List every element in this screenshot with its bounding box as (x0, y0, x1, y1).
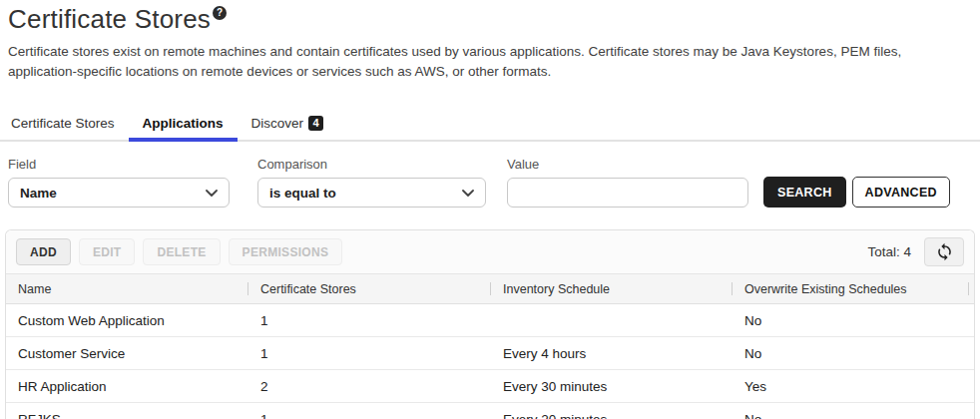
refresh-button[interactable] (924, 237, 964, 266)
comparison-select[interactable]: is equal to (257, 178, 486, 208)
field-group: Field Name (8, 157, 230, 208)
page-title: Certificate Stores (8, 4, 211, 34)
value-input[interactable] (507, 178, 748, 208)
cell-certificate-stores: 1 (248, 412, 491, 419)
cell-name: HR Application (6, 379, 248, 394)
cell-overwrite: No (733, 346, 969, 361)
column-header-name[interactable]: Name (6, 274, 248, 303)
table-header-row: Name Certificate Stores Inventory Schedu… (6, 274, 974, 304)
cell-inventory-schedule: Every 20 minutes (491, 412, 733, 419)
add-button[interactable]: ADD (16, 238, 71, 265)
cell-inventory-schedule: Every 4 hours (491, 346, 733, 361)
value-group: Value (507, 157, 748, 208)
search-button[interactable]: SEARCH (763, 177, 846, 208)
discover-count-badge: 4 (308, 116, 323, 131)
edit-button[interactable]: EDIT (79, 238, 136, 265)
total-count: Total: 4 (867, 244, 911, 259)
cell-inventory-schedule: Every 30 minutes (491, 379, 733, 394)
tab-discover-label: Discover (251, 116, 304, 131)
applications-grid-panel: ADD EDIT DELETE PERMISSIONS Total: 4 Nam… (5, 229, 975, 419)
cell-certificate-stores: 2 (248, 379, 491, 394)
grid-toolbar: ADD EDIT DELETE PERMISSIONS Total: 4 (6, 230, 974, 274)
help-icon[interactable]: ? (213, 6, 227, 20)
cell-overwrite: No (733, 313, 969, 328)
comparison-group: Comparison is equal to (257, 157, 486, 208)
chevron-down-icon (206, 190, 218, 197)
tab-certificate-stores[interactable]: Certificate Stores (0, 108, 129, 140)
sync-icon (935, 242, 954, 261)
chevron-down-icon (462, 190, 474, 197)
value-label: Value (507, 157, 748, 172)
cell-overwrite: Yes (733, 379, 969, 394)
column-header-overwrite-existing-schedules[interactable]: Overwrite Existing Schedules (733, 274, 969, 303)
cell-certificate-stores: 1 (248, 313, 491, 328)
field-label: Field (8, 157, 230, 172)
comparison-label: Comparison (257, 157, 486, 172)
table-row[interactable]: Custom Web Application 1 No (6, 304, 974, 337)
cell-name: Custom Web Application (6, 313, 248, 328)
comparison-select-value: is equal to (269, 186, 336, 201)
cell-overwrite: No (733, 412, 969, 419)
tab-discover[interactable]: Discover4 (238, 108, 338, 140)
column-header-inventory-schedule[interactable]: Inventory Schedule (491, 274, 733, 303)
advanced-button[interactable]: ADVANCED (852, 177, 950, 208)
tab-bar: Certificate Stores Applications Discover… (0, 108, 980, 142)
permissions-button[interactable]: PERMISSIONS (229, 238, 343, 265)
table-row[interactable]: Customer Service 1 Every 4 hours No (6, 337, 974, 370)
cell-certificate-stores: 1 (248, 346, 491, 361)
field-select-value: Name (20, 186, 57, 201)
page-description: Certificate stores exist on remote machi… (8, 42, 968, 81)
cell-name: Customer Service (6, 346, 248, 361)
table-row[interactable]: RFJKS 1 Every 20 minutes No (6, 403, 974, 419)
page-header: Certificate Stores? Certificate stores e… (0, 0, 980, 81)
cell-name: RFJKS (6, 412, 248, 419)
table-row[interactable]: HR Application 2 Every 30 minutes Yes (6, 370, 974, 403)
field-select[interactable]: Name (8, 178, 230, 208)
column-header-certificate-stores[interactable]: Certificate Stores (248, 274, 491, 303)
tab-applications[interactable]: Applications (129, 108, 238, 140)
search-form: Field Name Comparison is equal to Value … (0, 142, 980, 208)
delete-button[interactable]: DELETE (143, 238, 220, 265)
